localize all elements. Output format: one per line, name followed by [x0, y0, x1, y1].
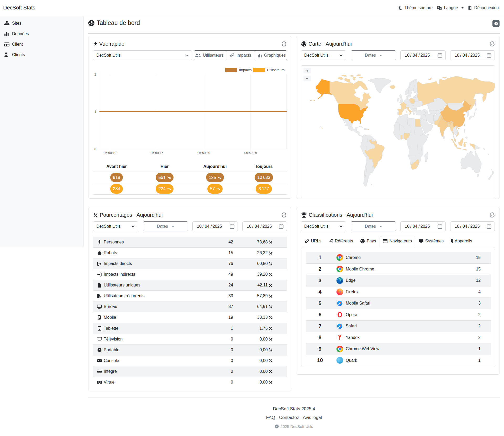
- svg-text:0: 0: [94, 147, 96, 151]
- svg-text:?: ?: [495, 22, 497, 25]
- svg-text:05:50:10: 05:50:10: [104, 151, 117, 155]
- svg-text:Utilisateurs: Utilisateurs: [267, 68, 285, 72]
- svg-text:Impacts: Impacts: [239, 68, 252, 72]
- svg-text:05:50:15: 05:50:15: [151, 151, 164, 155]
- svg-text:2: 2: [94, 73, 96, 76]
- svg-text:c: c: [276, 425, 277, 428]
- svg-text:1: 1: [94, 110, 96, 114]
- svg-text:05:50:20: 05:50:20: [197, 151, 210, 155]
- svg-text:Z: Z: [440, 7, 441, 10]
- svg-text:05:50:25: 05:50:25: [244, 151, 257, 155]
